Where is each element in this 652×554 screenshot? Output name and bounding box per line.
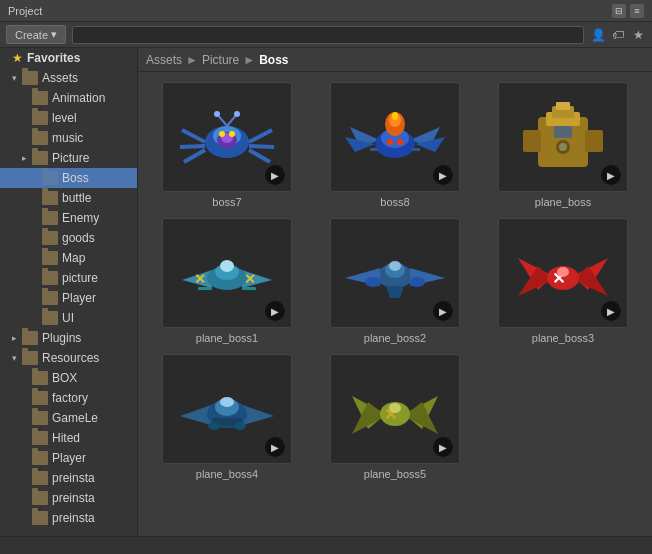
arrow-down-icon: ▾ [12,353,22,363]
svg-rect-26 [412,148,420,151]
sidebar-item-gamele[interactable]: GameLe [0,408,137,428]
sidebar-item-preinsta-1[interactable]: preinsta [0,468,137,488]
main-panel: ★ Favorites ▾ Assets Animation level mus… [0,48,652,536]
folder-icon [42,191,58,205]
sidebar-item-player[interactable]: Player [0,288,137,308]
sidebar-item-label: buttle [62,191,91,205]
sidebar-item-preinsta-2[interactable]: preinsta [0,488,137,508]
folder-icon [32,391,48,405]
svg-rect-25 [370,148,378,151]
svg-line-6 [249,146,274,147]
svg-line-4 [184,150,205,162]
star-toolbar-icon[interactable]: ★ [630,27,646,43]
folder-icon [42,251,58,265]
play-button-plane-boss5[interactable]: ▶ [433,437,453,457]
svg-line-3 [180,146,205,147]
asset-label-plane-boss: plane_boss [535,196,591,208]
folder-boss-icon [42,171,58,185]
svg-rect-33 [523,130,541,152]
sidebar-item-label: Player [52,451,86,465]
status-bar [0,536,652,554]
asset-label-plane-boss3: plane_boss3 [532,332,594,344]
sidebar-item-animation[interactable]: Animation [0,88,137,108]
sidebar-item-enemy[interactable]: Enemy [0,208,137,228]
sidebar-item-goods[interactable]: goods [0,228,137,248]
sidebar-item-label: Player [62,291,96,305]
tag-icon[interactable]: 🏷 [610,27,626,43]
sidebar-item-plugins[interactable]: ▸ Plugins [0,328,137,348]
play-button-plane-boss3[interactable]: ▶ [601,301,621,321]
play-button-plane-boss4[interactable]: ▶ [265,437,285,457]
asset-item-plane-boss1[interactable]: ✕ ✕ ▶ plane_boss1 [148,218,306,344]
asset-item-plane-boss3[interactable]: ✕ ▶ plane_boss3 [484,218,642,344]
sidebar-item-player-res[interactable]: Player [0,448,137,468]
folder-icon [32,411,48,425]
create-button[interactable]: Create ▾ [6,25,66,44]
arrow-right-icon: ▸ [22,153,32,163]
svg-marker-54 [386,286,404,298]
sidebar-item-level[interactable]: level [0,108,137,128]
sidebar-item-factory[interactable]: factory [0,388,137,408]
play-button-plane-boss2[interactable]: ▶ [433,301,453,321]
sidebar-item-ui[interactable]: UI [0,308,137,328]
breadcrumb-sep-2: ► [243,53,255,67]
asset-item-plane-boss5[interactable]: ✕ ▶ plane_boss5 [316,354,474,480]
folder-assets-icon [22,71,38,85]
svg-text:✕: ✕ [194,271,206,287]
dropdown-arrow-icon: ▾ [51,28,57,41]
play-button-boss7[interactable]: ▶ [265,165,285,185]
svg-point-68 [208,422,220,430]
svg-point-61 [557,267,569,277]
folder-icon [42,211,58,225]
svg-line-5 [249,130,272,142]
sidebar-item-buttle[interactable]: buttle [0,188,137,208]
asset-item-plane-boss2[interactable]: ▶ plane_boss2 [316,218,474,344]
person-icon[interactable]: 👤 [590,27,606,43]
svg-rect-45 [198,287,212,290]
breadcrumb-assets[interactable]: Assets [146,53,182,67]
breadcrumb-boss[interactable]: Boss [259,53,288,67]
breadcrumb-picture[interactable]: Picture [202,53,239,67]
sidebar-item-music[interactable]: music [0,128,137,148]
sidebar-item-box[interactable]: BOX [0,368,137,388]
sidebar-item-label: GameLe [52,411,98,425]
asset-thumb-plane-boss3: ✕ ▶ [498,218,628,328]
asset-item-boss7[interactable]: ▶ boss7 [148,82,306,208]
asset-item-plane-boss4[interactable]: ▶ plane_boss4 [148,354,306,480]
sidebar-item-label: Map [62,251,85,265]
asset-item-plane-boss[interactable]: ▶ plane_boss [484,82,642,208]
sidebar-item-label: music [52,131,83,145]
search-input[interactable] [72,26,584,44]
play-button-boss8[interactable]: ▶ [433,165,453,185]
play-button-plane-boss[interactable]: ▶ [601,165,621,185]
sidebar-item-map[interactable]: Map [0,248,137,268]
svg-line-2 [182,130,205,142]
asset-item-boss8[interactable]: ▶ boss8 [316,82,474,208]
folder-icon [32,111,48,125]
svg-point-15 [234,111,240,117]
options-icon[interactable]: ≡ [630,4,644,18]
sidebar-item-boss[interactable]: Boss [0,168,137,188]
folder-resources-icon [22,351,38,365]
sidebar-item-resources[interactable]: ▾ Resources [0,348,137,368]
sidebar-item-label: Boss [62,171,89,185]
folder-plugins-icon [22,331,38,345]
layout-icon[interactable]: ⊟ [612,4,626,18]
sidebar-item-hited[interactable]: Hited [0,428,137,448]
sidebar-item-assets[interactable]: ▾ Assets [0,68,137,88]
sidebar-item-label: preinsta [52,471,95,485]
folder-icon [32,151,48,165]
title-bar-right: ⊟ ≡ [612,4,644,18]
sidebar-item-picture-sub[interactable]: picture [0,268,137,288]
folder-icon [42,231,58,245]
folder-icon [32,431,48,445]
folder-icon [32,91,48,105]
toolbar: Create ▾ 👤 🏷 ★ [0,22,652,48]
folder-icon [42,291,58,305]
sidebar-item-favorites[interactable]: ★ Favorites [0,48,137,68]
play-button-plane-boss1[interactable]: ▶ [265,301,285,321]
sidebar-item-picture[interactable]: ▸ Picture [0,148,137,168]
svg-point-27 [387,139,393,145]
sidebar-item-preinsta-3[interactable]: preinsta [0,508,137,528]
sidebar-item-label: preinsta [52,491,95,505]
